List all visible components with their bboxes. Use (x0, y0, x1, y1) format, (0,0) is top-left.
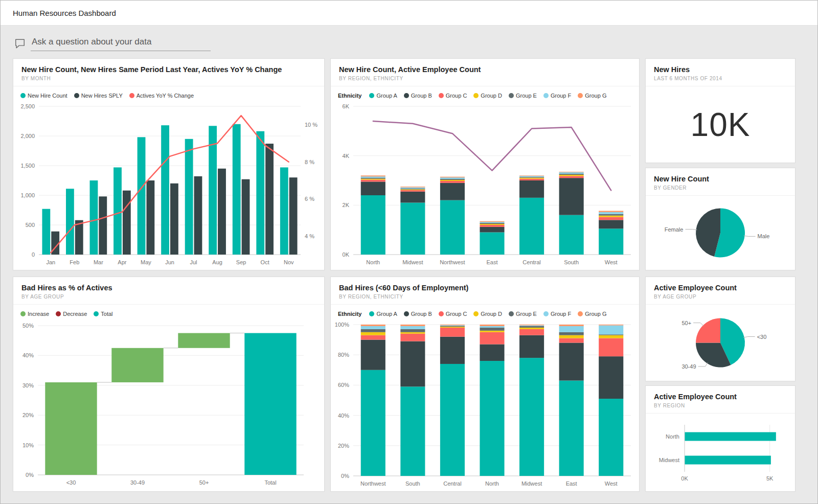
svg-text:Oct: Oct (261, 259, 269, 265)
tile-subtitle: BY AGE GROUP (21, 294, 316, 300)
legend-item[interactable]: Group G (578, 93, 606, 99)
svg-text:500: 500 (26, 222, 35, 228)
legend-swatch-icon (404, 311, 409, 316)
svg-text:5K: 5K (766, 475, 774, 482)
legend-item[interactable]: Group E (509, 311, 537, 317)
age-pie-chart[interactable]: <3030-4950+ (646, 305, 795, 381)
legend-item[interactable]: Increase (20, 311, 49, 317)
svg-text:North: North (485, 480, 499, 487)
legend-swatch-icon (578, 311, 583, 316)
combo-chart[interactable]: 05001,0001,5002,0002,5004 %6 %8 %10 %Jan… (13, 100, 324, 270)
legend-swatch-icon (20, 311, 26, 316)
svg-text:4 %: 4 % (305, 233, 314, 239)
svg-text:Midwest: Midwest (521, 480, 542, 487)
svg-text:Jun: Jun (165, 259, 174, 265)
tile-header: New Hire Count, Active Employee Count BY… (331, 59, 639, 86)
legend-item[interactable]: Group A (369, 93, 397, 99)
stacked-column-chart[interactable]: 0K2K4K6KNorthMidwestNorthwestEastCentral… (331, 100, 639, 270)
svg-text:60%: 60% (338, 382, 349, 388)
legend-item[interactable]: Group D (473, 93, 502, 99)
tile-new-hire-combo[interactable]: New Hire Count, New Hires Same Period La… (13, 58, 325, 270)
legend-item[interactable]: Group F (543, 311, 571, 317)
svg-text:50%: 50% (22, 323, 34, 329)
gender-pie-chart[interactable]: MaleFemale (646, 196, 795, 270)
svg-text:30-49: 30-49 (681, 363, 696, 370)
horizontal-bar-chart[interactable]: 0K5KNorthMidwest (646, 414, 795, 491)
svg-text:May: May (141, 259, 151, 265)
legend-item[interactable]: New Hires SPLY (74, 93, 123, 99)
svg-text:West: West (605, 259, 618, 265)
tile-title: New Hire Count, New Hires Same Period La… (21, 65, 316, 74)
svg-text:1,000: 1,000 (20, 192, 35, 198)
svg-text:50+: 50+ (199, 479, 209, 486)
legend-swatch-icon (20, 93, 26, 98)
legend-item[interactable]: Group E (509, 93, 537, 99)
legend-item[interactable]: Group B (404, 93, 432, 99)
tile-subtitle: BY REGION (654, 403, 787, 408)
svg-text:40%: 40% (338, 413, 349, 419)
svg-text:6 %: 6 % (305, 196, 314, 202)
svg-text:North: North (366, 259, 380, 265)
legend-swatch-icon (129, 93, 134, 98)
waterfall-chart[interactable]: 0%10%20%30%40%50%<3030-4950+Total (13, 318, 324, 491)
svg-text:Total: Total (264, 479, 276, 486)
svg-text:South: South (405, 480, 420, 487)
tile-new-hires-card[interactable]: New Hires LAST 6 MONTHS OF 2014 10K (645, 58, 796, 163)
svg-text:Central: Central (522, 259, 540, 265)
legend-item[interactable]: Group C (439, 311, 467, 317)
svg-text:Male: Male (758, 233, 770, 239)
legend-item[interactable]: Total (94, 311, 112, 317)
tile-bad-hires-by-region[interactable]: Bad Hires (<60 Days of Employment) BY RE… (330, 277, 640, 492)
svg-text:0: 0 (32, 251, 35, 258)
tile-new-hire-by-region[interactable]: New Hire Count, Active Employee Count BY… (330, 58, 640, 270)
legend-title: Ethnicity (338, 93, 361, 99)
stacked-100-chart[interactable]: 0%20%40%60%80%100%NorthwestSouthCentralN… (331, 318, 639, 491)
tile-header: Bad Hires (<60 Days of Employment) BY RE… (331, 277, 639, 305)
tile-bad-hires-pct[interactable]: Bad Hires as % of Actives BY AGE GROUP I… (13, 277, 325, 492)
legend-item[interactable]: Group B (404, 311, 432, 317)
tile-subtitle: LAST 6 MONTHS OF 2014 (654, 76, 787, 81)
svg-text:Female: Female (665, 226, 684, 233)
legend-item[interactable]: Group C (439, 93, 467, 99)
svg-text:Sep: Sep (236, 259, 246, 265)
svg-text:1,500: 1,500 (20, 163, 35, 169)
svg-text:Central: Central (443, 480, 461, 487)
svg-text:Feb: Feb (70, 259, 79, 265)
legend-item[interactable]: Group G (578, 311, 606, 317)
legend-swatch-icon (94, 311, 99, 316)
legend-item[interactable]: Decrease (56, 311, 87, 317)
svg-text:10 %: 10 % (305, 122, 317, 128)
chart-legend: New Hire CountNew Hires SPLYActives YoY … (13, 86, 324, 100)
chart-legend: EthnicityGroup AGroup BGroup CGroup DGro… (331, 86, 639, 100)
tile-new-hire-by-gender[interactable]: New Hire Count BY GENDER MaleFemale (645, 168, 796, 270)
svg-text:Midwest: Midwest (402, 259, 423, 265)
svg-text:50+: 50+ (681, 320, 691, 326)
svg-text:Mar: Mar (94, 259, 103, 265)
svg-text:East: East (566, 480, 577, 487)
legend-swatch-icon (439, 311, 444, 316)
svg-text:6K: 6K (343, 103, 350, 109)
legend-item[interactable]: Group A (369, 311, 397, 317)
qna-input[interactable] (31, 36, 211, 51)
page-title: Human Resources Dashboard (13, 9, 116, 17)
tile-header: Active Employee Count BY REGION (646, 386, 795, 414)
legend-item[interactable]: Actives YoY % Change (129, 93, 194, 99)
tile-title: New Hire Count, Active Employee Count (339, 65, 631, 74)
tile-active-by-age[interactable]: Active Employee Count BY AGE GROUP <3030… (645, 277, 796, 381)
legend-item[interactable]: Group F (543, 93, 571, 99)
svg-text:<30: <30 (66, 479, 76, 486)
tile-title: New Hire Count (654, 175, 787, 183)
svg-text:0%: 0% (341, 473, 349, 479)
svg-text:0%: 0% (26, 472, 34, 478)
legend-swatch-icon (369, 93, 374, 98)
svg-text:8 %: 8 % (305, 159, 314, 165)
svg-text:80%: 80% (338, 352, 349, 358)
tile-header: Bad Hires as % of Actives BY AGE GROUP (13, 277, 324, 305)
legend-title: Ethnicity (338, 311, 361, 317)
svg-text:<30: <30 (757, 334, 767, 340)
tile-active-by-region[interactable]: Active Employee Count BY REGION 0K5KNort… (645, 385, 796, 492)
svg-text:Apr: Apr (118, 259, 126, 265)
legend-item[interactable]: Group D (473, 311, 502, 317)
svg-text:Aug: Aug (212, 259, 222, 265)
legend-item[interactable]: New Hire Count (20, 93, 67, 99)
